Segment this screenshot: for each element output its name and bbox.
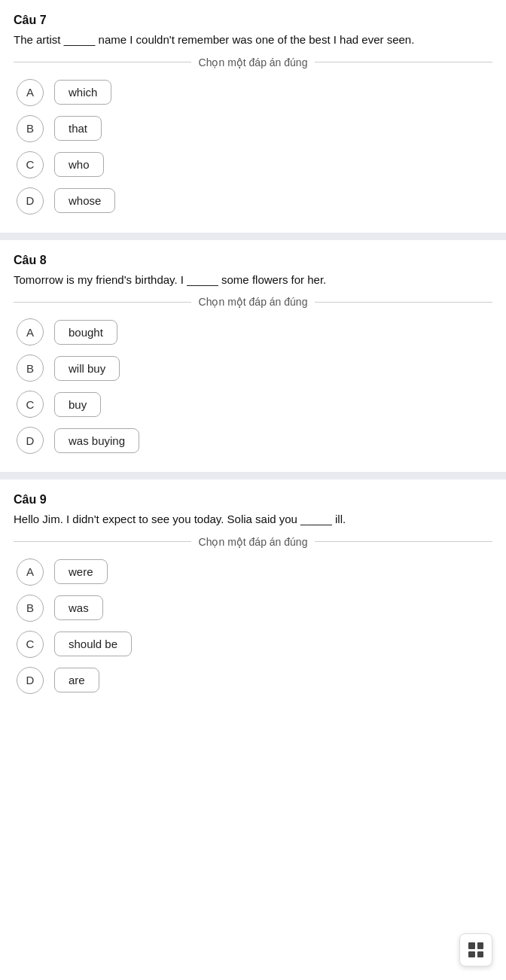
option-text-q9-a: were bbox=[54, 559, 108, 584]
divider-line-right bbox=[315, 541, 492, 542]
option-circle-q9-c: C bbox=[17, 631, 44, 658]
option-row-q7-c[interactable]: Cwho bbox=[17, 151, 489, 178]
option-text-q8-b: will buy bbox=[54, 356, 120, 381]
option-row-q9-c[interactable]: Cshould be bbox=[17, 631, 489, 658]
option-circle-q9-b: B bbox=[17, 595, 44, 622]
options-list-q7: AwhichBthatCwhoDwhose bbox=[14, 79, 492, 225]
divider-line-left bbox=[14, 541, 191, 542]
question-text-q9: Hello Jim. I didn't expect to see you to… bbox=[14, 511, 492, 528]
option-circle-q8-c: C bbox=[17, 391, 44, 418]
option-text-q7-d: whose bbox=[54, 188, 115, 213]
instruction-label-q8: Chọn một đáp án đúng bbox=[199, 296, 308, 308]
divider-section-q9: Chọn một đáp án đúng bbox=[14, 536, 492, 548]
option-text-q9-d: are bbox=[54, 668, 99, 692]
divider-line-left bbox=[14, 62, 191, 62]
option-text-q7-a: which bbox=[54, 80, 111, 105]
option-circle-q7-b: B bbox=[17, 115, 44, 142]
separator-0 bbox=[0, 233, 506, 240]
option-row-q8-d[interactable]: Dwas buying bbox=[17, 427, 489, 454]
option-circle-q8-a: A bbox=[17, 318, 44, 345]
option-row-q9-a[interactable]: Awere bbox=[17, 558, 489, 586]
option-row-q8-c[interactable]: Cbuy bbox=[17, 391, 489, 418]
option-circle-q9-d: D bbox=[17, 667, 44, 694]
option-text-q8-c: buy bbox=[54, 392, 101, 417]
divider-section-q7: Chọn một đáp án đúng bbox=[14, 56, 492, 68]
option-text-q8-d: was buying bbox=[54, 428, 139, 453]
question-text-q7: The artist _____ name I couldn't remembe… bbox=[14, 32, 492, 49]
divider-line-right bbox=[315, 302, 492, 303]
option-circle-q7-d: D bbox=[17, 187, 44, 215]
option-text-q7-c: who bbox=[54, 152, 104, 177]
options-list-q9: AwereBwasCshould beDare bbox=[14, 558, 492, 705]
divider-line-right bbox=[315, 62, 492, 62]
question-block-q9: Câu 9Hello Jim. I didn't expect to see y… bbox=[0, 479, 506, 712]
option-row-q8-a[interactable]: Abought bbox=[17, 318, 489, 345]
option-text-q7-b: that bbox=[54, 116, 102, 141]
divider-line-left bbox=[14, 302, 191, 303]
question-number-q8: Câu 8 bbox=[14, 254, 492, 267]
option-circle-q9-a: A bbox=[17, 558, 44, 586]
option-row-q8-b[interactable]: Bwill buy bbox=[17, 355, 489, 382]
question-number-q7: Câu 7 bbox=[14, 14, 492, 27]
option-circle-q7-c: C bbox=[17, 151, 44, 178]
options-list-q8: AboughtBwill buyCbuyDwas buying bbox=[14, 318, 492, 464]
option-circle-q8-b: B bbox=[17, 355, 44, 382]
option-row-q9-b[interactable]: Bwas bbox=[17, 595, 489, 622]
option-text-q9-b: was bbox=[54, 595, 103, 620]
option-circle-q8-d: D bbox=[17, 427, 44, 454]
grid-icon bbox=[468, 942, 483, 957]
option-row-q7-b[interactable]: Bthat bbox=[17, 115, 489, 142]
question-number-q9: Câu 9 bbox=[14, 493, 492, 507]
instruction-label-q9: Chọn một đáp án đúng bbox=[199, 536, 308, 548]
option-text-q8-a: bought bbox=[54, 320, 117, 345]
question-block-q8: Câu 8Tomorrow is my friend's birthday. I… bbox=[0, 240, 506, 473]
instruction-label-q7: Chọn một đáp án đúng bbox=[199, 56, 308, 68]
grid-button[interactable] bbox=[459, 933, 492, 966]
option-row-q7-d[interactable]: Dwhose bbox=[17, 187, 489, 215]
divider-section-q8: Chọn một đáp án đúng bbox=[14, 296, 492, 308]
separator-1 bbox=[0, 472, 506, 479]
option-row-q9-d[interactable]: Dare bbox=[17, 667, 489, 694]
question-block-q7: Câu 7The artist _____ name I couldn't re… bbox=[0, 0, 506, 233]
option-text-q9-c: should be bbox=[54, 632, 132, 656]
option-circle-q7-a: A bbox=[17, 79, 44, 106]
option-row-q7-a[interactable]: Awhich bbox=[17, 79, 489, 106]
question-text-q8: Tomorrow is my friend's birthday. I ____… bbox=[14, 272, 492, 289]
